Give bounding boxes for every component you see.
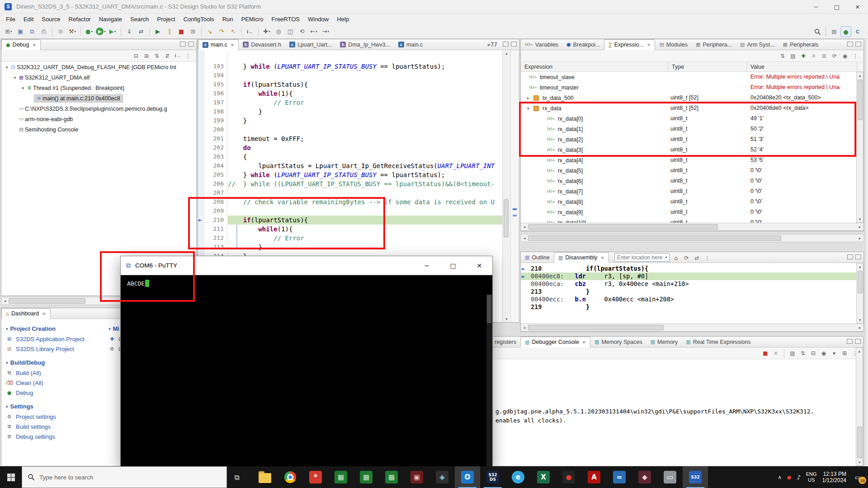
scrollbar-thumb[interactable] bbox=[528, 224, 718, 230]
taskbar-app-green-tool-2[interactable]: ▦ bbox=[354, 466, 379, 488]
clear-console-icon[interactable]: ▤ bbox=[788, 349, 797, 357]
scroll-up-icon[interactable]: ▴ bbox=[857, 72, 863, 79]
tray-status-icon[interactable]: ● bbox=[787, 474, 792, 480]
expression-row[interactable]: (x)=timeout_slaveError: Multiple errors … bbox=[521, 72, 856, 82]
scroll-left-icon[interactable]: ◂ bbox=[521, 223, 528, 230]
minimize-view-icon[interactable] bbox=[847, 254, 853, 259]
expression-row[interactable]: (x)=rx_data[7]uint8_t0 '\0' bbox=[521, 186, 856, 197]
dashboard-link-project-settings[interactable]: ⚙Project settings bbox=[6, 412, 105, 422]
new-wizard-icon[interactable]: ✚▾ bbox=[261, 26, 272, 37]
scroll-left-icon[interactable]: ◂ bbox=[1, 297, 9, 305]
menu-refactor[interactable]: Refactor bbox=[65, 14, 95, 24]
open-element-icon[interactable]: ◎ bbox=[273, 26, 284, 37]
collapse-all-icon[interactable]: ⊟ bbox=[132, 52, 141, 60]
build-icon[interactable]: ⚒▾ bbox=[67, 26, 78, 37]
expression-row[interactable]: (x)=rx_data[2]uint8_t51 '3' bbox=[521, 134, 856, 145]
expand-all-icon[interactable]: ⊞ bbox=[142, 52, 151, 60]
expression-row[interactable]: ▸tx_data_500uint8_t [52]0x20408e20 <tx_d… bbox=[521, 93, 856, 103]
collapse-triangle-icon[interactable]: ▾ bbox=[6, 404, 8, 409]
dashboard-link-debug[interactable]: ●Debug bbox=[6, 388, 105, 398]
scroll-right-icon[interactable]: ▸ bbox=[856, 324, 863, 331]
maximize-button[interactable]: □ bbox=[826, 0, 847, 14]
tab-outline[interactable]: ▥Outline bbox=[521, 252, 554, 263]
scroll-up-icon[interactable]: ▴ bbox=[503, 50, 510, 56]
volume-icon[interactable]: ♪ bbox=[797, 474, 800, 481]
refresh-icon[interactable]: ⟳ bbox=[682, 254, 691, 262]
disassembly-horizontal-scrollbar[interactable]: ◂ ▸ bbox=[521, 324, 863, 332]
minimize-view-icon[interactable] bbox=[180, 42, 186, 47]
step-return-icon[interactable]: ↖ bbox=[228, 26, 239, 37]
scrollbar-thumb[interactable] bbox=[858, 80, 863, 120]
step-over-icon[interactable]: ↷ bbox=[216, 26, 227, 37]
menu-run[interactable]: Run bbox=[218, 14, 237, 24]
suspend-icon[interactable]: ∥ bbox=[164, 26, 175, 37]
tree-item[interactable]: ▭arm-none-eabi-gdb bbox=[1, 114, 196, 124]
editor-tab-dma-ip-hwv3-[interactable]: hDma_Ip_Hwv3... bbox=[336, 39, 394, 50]
display-selected-icon[interactable]: ▾ bbox=[830, 349, 839, 357]
putty-title-bar[interactable]: ⧉ COM6 - PuTTY ─ □ ✕ bbox=[121, 256, 492, 275]
expression-row[interactable]: (x)=rx_data[4]uint8_t53 '5' bbox=[521, 155, 856, 165]
minimize-view-icon[interactable] bbox=[847, 339, 853, 344]
open-console-icon[interactable]: ⊞ bbox=[840, 349, 849, 357]
scroll-down-icon[interactable]: ▾ bbox=[503, 316, 510, 322]
taskbar-app-teams-app[interactable]: ◆ bbox=[632, 466, 657, 488]
dashboard-link-s32ds-application-project[interactable]: ⊞S32DS Application Project bbox=[6, 334, 105, 344]
tab-debugger-console[interactable]: ▥Debugger Console✕ bbox=[520, 337, 590, 347]
expression-row[interactable]: (x)=rx_data[3]uint8_t52 '4' bbox=[521, 145, 856, 155]
show-columns-icon[interactable]: ⇅ bbox=[778, 52, 787, 60]
tab-periphera-[interactable]: ▦Periphera... bbox=[692, 39, 736, 50]
flash-download-icon[interactable]: ⇓ bbox=[124, 26, 135, 37]
taskbar-app-chrome[interactable] bbox=[278, 466, 303, 488]
instruction-stepping-icon[interactable]: i→ bbox=[245, 26, 255, 37]
taskbar-app-dark-app[interactable]: ◈ bbox=[429, 466, 455, 488]
taskbar-app-blue-circle-app[interactable]: e bbox=[505, 466, 531, 488]
home-icon[interactable]: ⌂ bbox=[671, 254, 680, 262]
taskbar-app-green-tool-3[interactable]: ▦ bbox=[379, 466, 404, 488]
scroll-right-icon[interactable]: ▸ bbox=[856, 235, 863, 242]
chevron-down-icon[interactable]: ▾ bbox=[665, 255, 667, 259]
column-header-value[interactable]: Value bbox=[747, 62, 857, 72]
tab-debug[interactable]: ●Debug✕ bbox=[1, 39, 41, 50]
menu-navigate[interactable]: Navigate bbox=[95, 14, 126, 24]
menu-source[interactable]: Source bbox=[38, 14, 64, 24]
perspective-debug-icon[interactable]: ● bbox=[840, 26, 851, 37]
taskbar-clock[interactable]: 12:13 PM 1/12/2024 bbox=[822, 471, 846, 483]
expression-row[interactable]: (x)=timeout_masterError: Multiple errors… bbox=[521, 82, 856, 93]
add-expression-icon[interactable]: ✚ bbox=[799, 52, 808, 60]
attach-icon[interactable]: ⇄ bbox=[136, 26, 146, 37]
sort-icon[interactable]: ⇅ bbox=[152, 52, 161, 60]
tab-overflow-indicator[interactable]: »77 bbox=[487, 42, 497, 48]
taskbar-app-excel[interactable]: X bbox=[531, 466, 556, 488]
expression-row[interactable]: (x)=rx_data[5]uint8_t0 '\0' bbox=[521, 165, 856, 176]
twistie-icon[interactable]: ▾ bbox=[20, 86, 26, 90]
expressions-table-header[interactable]: ExpressionTypeValue bbox=[521, 62, 863, 72]
menu-pemicro[interactable]: PEMicro bbox=[237, 14, 267, 24]
editor-vertical-scrollbar[interactable]: ▴ ▾ bbox=[502, 50, 510, 322]
layout-icon[interactable]: ▤ bbox=[788, 52, 797, 60]
back-icon[interactable]: ←▾ bbox=[308, 26, 319, 37]
expression-row[interactable]: (x)=rx_data[1]uint8_t50 '2' bbox=[521, 124, 856, 134]
twistie-icon[interactable]: ▾ bbox=[12, 75, 18, 80]
close-tab-icon[interactable]: ✕ bbox=[231, 42, 234, 47]
resume-icon[interactable]: ▶ bbox=[152, 26, 163, 37]
taskbar-app-pemicro-app[interactable]: * bbox=[303, 466, 328, 488]
collapse-triangle-icon[interactable]: ▾ bbox=[6, 361, 8, 365]
expression-row[interactable]: (x)=rx_data[0]uint8_t49 '1' bbox=[521, 113, 856, 124]
editor-overview-ruler[interactable] bbox=[510, 50, 519, 322]
view-menu-icon[interactable]: ⋮ bbox=[703, 254, 712, 262]
tree-item[interactable]: ≡main() at main.c:210 0x400ec8 bbox=[1, 93, 196, 103]
twistie-icon[interactable]: ▸ bbox=[527, 96, 533, 100]
dashboard-link-debug-settings[interactable]: ⚙Debug settings bbox=[6, 432, 105, 441]
tab-expressio-[interactable]: ∑Expressio...✕ bbox=[604, 39, 655, 50]
twistie-icon[interactable]: ▾ bbox=[527, 106, 533, 111]
outer-horizontal-scrollbar[interactable]: ◂ ▸ bbox=[520, 234, 864, 242]
start-button[interactable] bbox=[0, 466, 22, 488]
menu-project[interactable]: Project bbox=[153, 14, 179, 24]
tab-breakpoi-[interactable]: ●Breakpoi... bbox=[562, 39, 604, 50]
search-icon[interactable] bbox=[812, 26, 823, 37]
menu-edit[interactable]: Edit bbox=[19, 14, 38, 24]
tab-peripherals[interactable]: ▦Peripherals bbox=[779, 39, 823, 50]
putty-maximize-button[interactable]: □ bbox=[440, 256, 466, 275]
notification-center-icon[interactable]: ▭ 28 bbox=[852, 471, 863, 483]
maximize-view-icon[interactable] bbox=[188, 42, 194, 47]
